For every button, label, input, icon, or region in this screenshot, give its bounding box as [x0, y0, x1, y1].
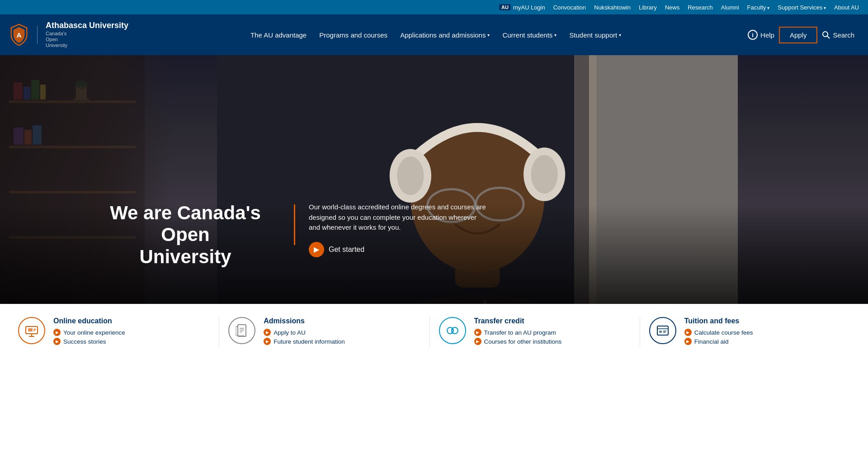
- list-item: ▶ Apply to AU: [264, 329, 420, 336]
- myau-login-link[interactable]: AU myAU Login: [499, 4, 545, 11]
- link-arrow-icon: ▶: [684, 329, 692, 336]
- svg-point-29: [397, 156, 424, 195]
- get-started-arrow-icon: ▶: [309, 242, 324, 257]
- hero-right-content: Our world-class accredited online degree…: [309, 202, 490, 257]
- list-item: ▶ Courses for other institutions: [474, 338, 631, 345]
- utility-library-link[interactable]: Library: [639, 4, 657, 11]
- hero-title-area: We are Canada's Open University: [90, 202, 280, 268]
- svg-rect-12: [14, 128, 24, 145]
- get-started-button[interactable]: ▶ Get started: [309, 242, 490, 257]
- nav-current-students[interactable]: Current students ▾: [497, 31, 562, 39]
- link-arrow-icon: ▶: [264, 338, 271, 345]
- list-item: ▶ Financial aid: [684, 338, 841, 345]
- courses-other-institutions-link[interactable]: Courses for other institutions: [484, 338, 562, 345]
- utility-alumni-link[interactable]: Alumni: [721, 4, 739, 11]
- hero-description: Our world-class accredited online degree…: [309, 202, 490, 233]
- svg-rect-37: [28, 328, 33, 331]
- tuition-fees-title: Tuition and fees: [684, 317, 841, 325]
- transfer-credit-links: ▶ Transfer to an AU program ▶ Courses fo…: [474, 329, 631, 345]
- transfer-credit-title: Transfer credit: [474, 317, 631, 325]
- link-arrow-icon: ▶: [474, 338, 481, 345]
- transfer-credit-icon: [445, 323, 460, 338]
- svg-rect-8: [14, 82, 23, 99]
- utility-research-link[interactable]: Research: [688, 4, 713, 11]
- utility-about-link[interactable]: About AU: [834, 4, 859, 11]
- transfer-credit-body: Transfer credit ▶ Transfer to an AU prog…: [474, 317, 631, 347]
- tuition-fees-body: Tuition and fees ▶ Calculate course fees…: [684, 317, 841, 347]
- financial-aid-link[interactable]: Financial aid: [694, 338, 729, 345]
- help-button[interactable]: i Help: [743, 30, 779, 40]
- utility-nukskahtowin-link[interactable]: Nukskahtowin: [594, 4, 631, 11]
- success-stories-link[interactable]: Success stories: [63, 338, 106, 345]
- utility-support-link[interactable]: Support Services: [778, 4, 826, 11]
- utility-faculty-link[interactable]: Faculty: [747, 4, 770, 11]
- svg-rect-4: [9, 100, 136, 103]
- transfer-to-au-link[interactable]: Transfer to an AU program: [484, 329, 556, 336]
- search-button[interactable]: Search: [817, 31, 859, 39]
- search-icon: [822, 31, 830, 39]
- logo-area[interactable]: A Athabasca University Canada'sOpenUnive…: [9, 21, 128, 48]
- svg-line-2: [827, 36, 830, 38]
- link-arrow-icon: ▶: [53, 338, 61, 345]
- online-education-title: Online education: [53, 317, 210, 325]
- svg-rect-5: [9, 146, 136, 148]
- hero-title: We are Canada's Open University: [90, 202, 280, 268]
- svg-rect-9: [24, 87, 30, 99]
- hero-section: We are Canada's Open University Our worl…: [0, 55, 868, 304]
- admissions-icon: [234, 323, 250, 338]
- admissions-links: ▶ Apply to AU ▶ Future student informati…: [264, 329, 420, 345]
- list-item: ▶ Your online experience: [53, 329, 210, 336]
- hero-vertical-divider: [294, 204, 295, 245]
- online-education-card: Online education ▶ Your online experienc…: [18, 317, 219, 347]
- svg-text:A: A: [16, 31, 21, 39]
- future-student-info-link[interactable]: Future student information: [274, 338, 345, 345]
- admissions-body: Admissions ▶ Apply to AU ▶ Future studen…: [264, 317, 420, 347]
- current-students-arrow-icon: ▾: [554, 33, 557, 38]
- link-arrow-icon: ▶: [474, 329, 481, 336]
- link-arrow-icon: ▶: [53, 329, 61, 336]
- logo-text: Athabasca University Canada'sOpenUnivers…: [46, 21, 128, 48]
- list-item: ▶ Transfer to an AU program: [474, 329, 631, 336]
- nav-student-support[interactable]: Student support ▾: [564, 31, 627, 39]
- utility-convocation-link[interactable]: Convocation: [553, 4, 586, 11]
- online-education-links: ▶ Your online experience ▶ Success stori…: [53, 329, 210, 345]
- university-logo-icon: A: [9, 24, 29, 46]
- tuition-fees-card: Tuition and fees ▶ Calculate course fees…: [640, 317, 850, 347]
- link-arrow-icon: ▶: [684, 338, 692, 345]
- svg-rect-46: [657, 326, 668, 335]
- utility-news-link[interactable]: News: [665, 4, 680, 11]
- svg-point-17: [75, 80, 88, 89]
- hero-content: We are Canada's Open University Our worl…: [90, 202, 490, 268]
- nav-au-advantage[interactable]: The AU advantage: [245, 31, 312, 39]
- your-online-experience-link[interactable]: Your online experience: [63, 329, 125, 336]
- main-navigation: A Athabasca University Canada'sOpenUnive…: [0, 14, 868, 55]
- tuition-fees-links: ▶ Calculate course fees ▶ Financial aid: [684, 329, 841, 345]
- svg-rect-10: [31, 80, 39, 99]
- myau-badge: AU: [499, 4, 511, 10]
- apply-to-au-link[interactable]: Apply to AU: [274, 329, 306, 336]
- list-item: ▶ Future student information: [264, 338, 420, 345]
- logo-divider: [37, 26, 38, 44]
- admissions-title: Admissions: [264, 317, 420, 325]
- applications-arrow-icon: ▾: [487, 33, 490, 38]
- nav-applications[interactable]: Applications and admissions ▾: [395, 31, 495, 39]
- transfer-credit-icon-wrap: [439, 317, 466, 344]
- apply-button[interactable]: Apply: [779, 27, 818, 43]
- nav-links: The AU advantage Programs and courses Ap…: [128, 31, 743, 39]
- svg-rect-6: [9, 191, 136, 194]
- logo-tagline: Canada'sOpenUniversity: [46, 31, 128, 49]
- svg-rect-48: [659, 331, 662, 333]
- myau-login-label: myAU Login: [513, 4, 545, 11]
- online-education-icon-wrap: [18, 317, 45, 344]
- svg-rect-40: [238, 325, 246, 336]
- nav-programs[interactable]: Programs and courses: [314, 31, 393, 39]
- tuition-fees-icon: [655, 323, 670, 338]
- calculate-course-fees-link[interactable]: Calculate course fees: [694, 329, 753, 336]
- tuition-fees-icon-wrap: [649, 317, 676, 344]
- university-name: Athabasca University: [46, 21, 128, 31]
- svg-rect-13: [24, 130, 32, 145]
- svg-point-30: [531, 155, 557, 194]
- help-icon: i: [748, 30, 758, 40]
- transfer-credit-card: Transfer credit ▶ Transfer to an AU prog…: [430, 317, 640, 347]
- list-item: ▶ Success stories: [53, 338, 210, 345]
